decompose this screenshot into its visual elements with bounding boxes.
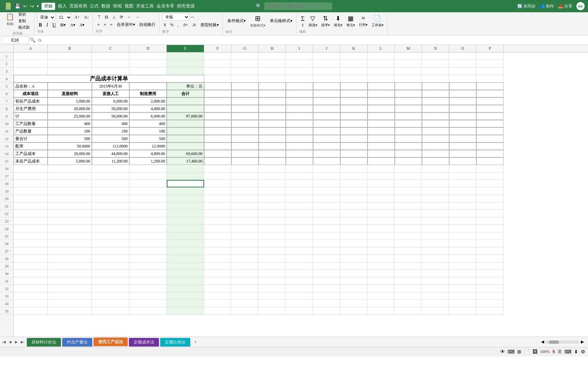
cell-31-g[interactable] — [231, 277, 259, 285]
cell-25-o[interactable] — [449, 232, 476, 240]
cell-28-a[interactable] — [14, 255, 48, 262]
cell-1-n[interactable] — [422, 52, 449, 60]
cell-11-k[interactable] — [340, 127, 368, 135]
cell-33-a[interactable] — [14, 292, 48, 300]
cell-27-o[interactable] — [449, 247, 476, 255]
cell-18-h[interactable] — [259, 180, 286, 187]
cell-5-o[interactable] — [449, 82, 476, 90]
cell-22-n[interactable] — [422, 210, 449, 217]
cell-11-d[interactable]: 100 — [129, 127, 167, 135]
cell-6-j[interactable] — [313, 90, 340, 97]
cell-20-d[interactable] — [129, 195, 167, 202]
cell-30-c[interactable] — [92, 270, 129, 277]
cell-28-b[interactable] — [48, 255, 92, 262]
cell-14-f[interactable] — [204, 150, 231, 157]
cell-8-o[interactable] — [449, 105, 476, 112]
copy-button[interactable]: 复制 — [17, 18, 31, 24]
cell-29-i[interactable] — [286, 262, 313, 270]
cell-19-i[interactable] — [286, 187, 313, 195]
cell-22-a[interactable] — [14, 210, 48, 217]
cell-16-b[interactable] — [48, 165, 92, 172]
cell-21-k[interactable] — [340, 202, 368, 210]
cell-28-n[interactable] — [422, 255, 449, 262]
cell-7-i[interactable] — [286, 97, 313, 105]
cell-10-b[interactable]: 400 — [48, 120, 92, 127]
cell-30-b[interactable] — [48, 270, 92, 277]
cell-31-i[interactable] — [286, 277, 313, 285]
italic-button[interactable]: I — [45, 22, 50, 29]
cell-20-l[interactable] — [368, 195, 395, 202]
cond-format-btn[interactable]: 条件格式▾ — [226, 17, 247, 25]
thousands-btn[interactable]: , — [176, 22, 180, 28]
cell-30-n[interactable] — [422, 270, 449, 277]
cell-17-j[interactable] — [313, 172, 340, 180]
cell-8-n[interactable] — [422, 105, 449, 112]
cell-10-j[interactable] — [313, 120, 340, 127]
cell-29-n[interactable] — [422, 262, 449, 270]
cell-26-j[interactable] — [313, 240, 340, 247]
col-header-n[interactable]: N — [422, 45, 449, 52]
cell-23-j[interactable] — [313, 217, 340, 225]
cell-2-e[interactable] — [167, 60, 204, 67]
cell-32-c[interactable] — [92, 285, 129, 292]
cell-26-i[interactable] — [286, 240, 313, 247]
decimal-inc-btn[interactable]: .0+ — [181, 22, 190, 28]
sheet-nav-next[interactable]: ▶ — [14, 339, 19, 345]
cell-17-p[interactable] — [476, 172, 504, 180]
cell-32-n[interactable] — [422, 285, 449, 292]
cell-13-n[interactable] — [422, 142, 449, 150]
cell-14-a[interactable]: 工产品成本 — [14, 150, 48, 157]
cell-4-o[interactable] — [449, 75, 476, 82]
cell-2-n[interactable] — [422, 60, 449, 67]
fx-search-icon[interactable]: 🔍 — [30, 37, 35, 43]
col-header-a[interactable]: A — [14, 45, 48, 52]
cell-29-p[interactable] — [476, 262, 504, 270]
cell-3-p[interactable] — [476, 67, 504, 75]
cell-14-e[interactable]: 69,600.00 — [167, 150, 204, 157]
cell-11-l[interactable] — [368, 127, 395, 135]
cell-2-h[interactable] — [259, 60, 286, 67]
cell-7-m[interactable] — [395, 97, 422, 105]
cell-8-c[interactable]: 50,000.00 — [92, 105, 129, 112]
font-size-select[interactable]: 11 — [56, 14, 72, 21]
cell-8-e[interactable] — [167, 105, 204, 112]
cell-19-l[interactable] — [368, 187, 395, 195]
cell-19-a[interactable] — [14, 187, 48, 195]
cell-6-b[interactable]: 直接材料 — [48, 90, 92, 97]
cell-6-e[interactable]: 合计 — [167, 90, 204, 97]
cell-13-o[interactable] — [449, 142, 476, 150]
cell-7-e[interactable] — [167, 97, 204, 105]
cell-17-m[interactable] — [395, 172, 422, 180]
cell-33-p[interactable] — [476, 292, 504, 300]
cell-5-h[interactable] — [259, 82, 286, 90]
sync-btn[interactable]: 🔄 未同步 — [517, 3, 536, 9]
cell-27-f[interactable] — [204, 247, 231, 255]
cell-16-h[interactable] — [259, 165, 286, 172]
cell-1-e[interactable] — [167, 52, 204, 60]
cell-33-i[interactable] — [286, 292, 313, 300]
horizontal-scrollbar[interactable] — [545, 340, 579, 344]
cell-30-a[interactable] — [14, 270, 48, 277]
cell-31-m[interactable] — [395, 277, 422, 285]
data-menu[interactable]: 数据 — [101, 3, 110, 9]
cell-12-j[interactable] — [313, 135, 340, 142]
cell-23-l[interactable] — [368, 217, 395, 225]
formula-input[interactable] — [45, 36, 587, 44]
cell-5-n[interactable] — [422, 82, 449, 90]
cell-15-p[interactable] — [476, 157, 504, 165]
cell-10-l[interactable] — [368, 120, 395, 127]
cell-15-j[interactable] — [313, 157, 340, 165]
cell-12-k[interactable] — [340, 135, 368, 142]
cell-28-j[interactable] — [313, 255, 340, 262]
sheet-tab-3[interactable]: 定额成本法 — [129, 338, 159, 347]
bold-button[interactable]: B — [37, 22, 44, 29]
scrollbar-left[interactable]: ◀ — [541, 339, 544, 344]
cell-22-p[interactable] — [476, 210, 504, 217]
cell-20-n[interactable] — [422, 195, 449, 202]
cell-34-i[interactable] — [286, 300, 313, 307]
cell-11-i[interactable] — [286, 127, 313, 135]
cell-29-m[interactable] — [395, 262, 422, 270]
cell-13-c[interactable]: 112.0000 — [92, 142, 129, 150]
cell-10-d[interactable]: 400 — [129, 120, 167, 127]
cell-15-c[interactable]: 11,200.00 — [92, 157, 129, 165]
